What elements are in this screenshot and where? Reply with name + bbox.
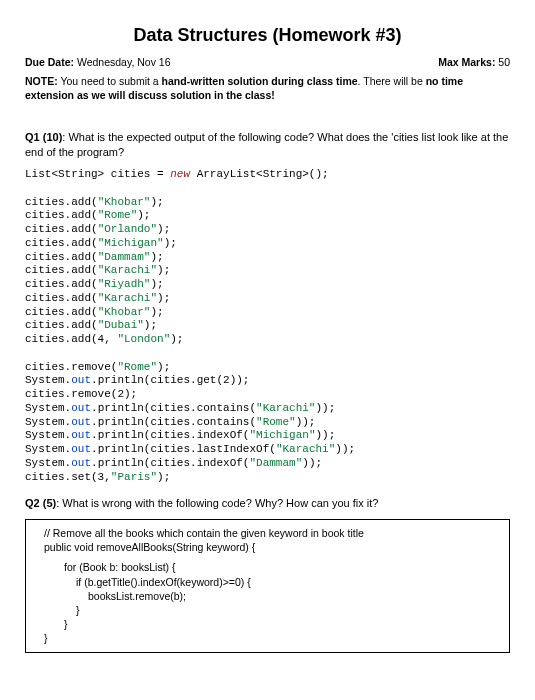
q2-code-box: // Remove all the books which contain th…	[25, 519, 510, 652]
str: "Paris"	[111, 471, 157, 483]
code-text: );	[164, 237, 177, 249]
kw-out: out	[71, 374, 91, 386]
q2-label: Q2 (5)	[25, 497, 56, 509]
code-line: }	[34, 603, 501, 617]
code-text: );	[144, 319, 157, 331]
code-text: System.	[25, 416, 71, 428]
code-text: System.	[25, 374, 71, 386]
code-text: cities.remove(2);	[25, 388, 137, 400]
str: "Rome"	[98, 209, 138, 221]
code-text: );	[157, 292, 170, 304]
kw-out: out	[71, 457, 91, 469]
code-text: ));	[315, 402, 335, 414]
kw-out: out	[71, 416, 91, 428]
code-text: cities.set(3,	[25, 471, 111, 483]
code-text: cities.add(	[25, 306, 98, 318]
q1-code: List<String> cities = new ArrayList<Stri…	[25, 168, 510, 484]
code-text: );	[157, 223, 170, 235]
note-t1: You need to submit a	[58, 75, 162, 87]
str: "London"	[117, 333, 170, 345]
code-text: );	[150, 306, 163, 318]
code-text: List<String> cities =	[25, 168, 170, 180]
q1: Q1 (10): What is the expected output of …	[25, 130, 510, 160]
code-text: );	[150, 278, 163, 290]
code-text: ));	[296, 416, 316, 428]
code-text: cities.add(	[25, 251, 98, 263]
kw-out: out	[71, 429, 91, 441]
code-text: cities.add(	[25, 209, 98, 221]
code-text: cities.add(	[25, 319, 98, 331]
note-t2: . There will be	[358, 75, 426, 87]
code-text: cities.add(	[25, 292, 98, 304]
str: "Khobar"	[98, 306, 151, 318]
code-text: cities.add(	[25, 264, 98, 276]
code-text: .println(cities.contains(	[91, 402, 256, 414]
code-text: cities.add(	[25, 196, 98, 208]
due-label: Due Date:	[25, 56, 74, 68]
max-marks: Max Marks: 50	[438, 56, 510, 68]
marks-label: Max Marks:	[438, 56, 495, 68]
code-line: // Remove all the books which contain th…	[34, 526, 501, 540]
kw-new: new	[170, 168, 190, 180]
code-line: for (Book b: booksList) {	[34, 560, 501, 574]
code-text: cities.add(4,	[25, 333, 117, 345]
str: "Orlando"	[98, 223, 157, 235]
str: "Rome"	[256, 416, 296, 428]
code-text: );	[150, 251, 163, 263]
code-text: );	[150, 196, 163, 208]
code-text: ));	[335, 443, 355, 455]
str: "Michigan"	[249, 429, 315, 441]
code-text: cities.add(	[25, 223, 98, 235]
str: "Rome"	[117, 361, 157, 373]
code-text: );	[170, 333, 183, 345]
code-text: System.	[25, 402, 71, 414]
code-line: booksList.remove(b);	[34, 589, 501, 603]
note-b1: hand-written solution during class time	[162, 75, 358, 87]
q2: Q2 (5): What is wrong with the following…	[25, 496, 510, 511]
str: "Michigan"	[98, 237, 164, 249]
str: "Dubai"	[98, 319, 144, 331]
str: "Khobar"	[98, 196, 151, 208]
note-prefix: NOTE:	[25, 75, 58, 87]
code-text: );	[137, 209, 150, 221]
code-text: .println(cities.get(2));	[91, 374, 249, 386]
code-text: );	[157, 264, 170, 276]
code-line: }	[34, 631, 501, 645]
page-title: Data Structures (Homework #3)	[25, 25, 510, 46]
str: "Dammam"	[98, 251, 151, 263]
code-text: System.	[25, 443, 71, 455]
code-text: );	[157, 471, 170, 483]
due-date: Due Date: Wednesday, Nov 16	[25, 56, 171, 68]
code-text: .println(cities.indexOf(	[91, 429, 249, 441]
code-text: cities.remove(	[25, 361, 117, 373]
code-text: cities.add(	[25, 278, 98, 290]
code-text: cities.add(	[25, 237, 98, 249]
str: "Riyadh"	[98, 278, 151, 290]
q2-text: : What is wrong with the following code?…	[56, 497, 378, 509]
code-line: if (b.getTitle().indexOf(keyword)>=0) {	[34, 575, 501, 589]
code-text: .println(cities.indexOf(	[91, 457, 249, 469]
str: "Karachi"	[276, 443, 335, 455]
str: "Dammam"	[249, 457, 302, 469]
kw-out: out	[71, 402, 91, 414]
code-line: public void removeAllBooks(String keywor…	[34, 540, 501, 554]
code-text: System.	[25, 457, 71, 469]
str: "Karachi"	[98, 292, 157, 304]
code-text: );	[157, 361, 170, 373]
str: "Karachi"	[256, 402, 315, 414]
code-text: .println(cities.contains(	[91, 416, 256, 428]
q1-label: Q1 (10)	[25, 131, 62, 143]
q1-text: : What is the expected output of the fol…	[25, 131, 508, 158]
meta-row: Due Date: Wednesday, Nov 16 Max Marks: 5…	[25, 56, 510, 68]
marks-value: 50	[498, 56, 510, 68]
note: NOTE: You need to submit a hand-written …	[25, 74, 510, 102]
code-line: }	[34, 617, 501, 631]
kw-out: out	[71, 443, 91, 455]
str: "Karachi"	[98, 264, 157, 276]
code-text: ArrayList<String>();	[190, 168, 329, 180]
code-text: .println(cities.lastIndexOf(	[91, 443, 276, 455]
code-text: System.	[25, 429, 71, 441]
due-value: Wednesday, Nov 16	[77, 56, 171, 68]
code-text: ));	[302, 457, 322, 469]
code-text: ));	[315, 429, 335, 441]
